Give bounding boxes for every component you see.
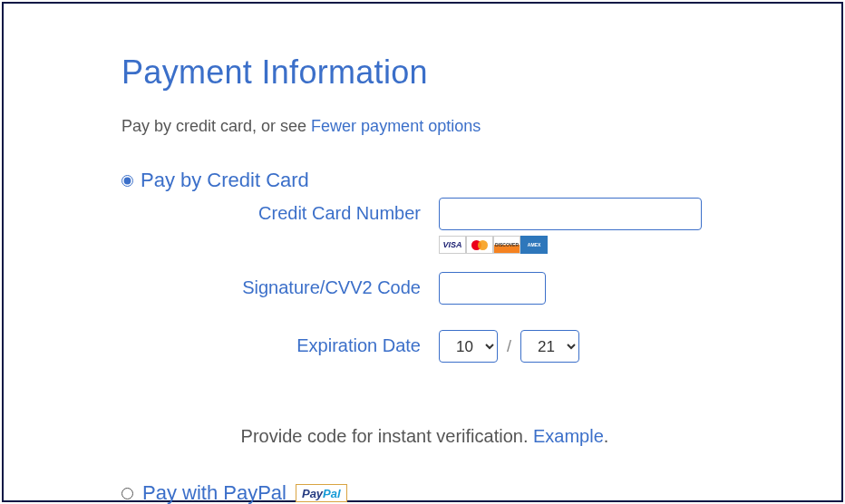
exp-month-select[interactable]: 10 bbox=[439, 330, 498, 363]
cvv-input[interactable] bbox=[439, 272, 546, 305]
verify-text-prefix: Provide code for instant verification. bbox=[241, 426, 533, 446]
card-brand-icons: VISA DISCOVER AMEX bbox=[439, 236, 728, 254]
expiration-row: Expiration Date 10 / 21 bbox=[121, 330, 728, 363]
mastercard-icon bbox=[466, 236, 493, 254]
expiration-label: Expiration Date bbox=[121, 330, 421, 356]
cvv-field-wrap bbox=[439, 272, 728, 305]
discover-icon: DISCOVER bbox=[493, 236, 520, 254]
card-number-input[interactable] bbox=[439, 198, 702, 230]
paypal-icon: PayPal bbox=[296, 484, 347, 502]
paypal-option: Pay with PayPal PayPal bbox=[121, 481, 728, 504]
example-link[interactable]: Example bbox=[533, 426, 604, 446]
credit-card-radio[interactable] bbox=[121, 175, 133, 187]
cvv-row: Signature/CVV2 Code bbox=[121, 272, 728, 305]
visa-icon: VISA bbox=[439, 236, 466, 254]
verification-hint: Provide code for instant verification. E… bbox=[121, 426, 728, 447]
expiration-field-wrap: 10 / 21 bbox=[439, 330, 728, 363]
paypal-radio[interactable] bbox=[121, 488, 133, 499]
cvv-label: Signature/CVV2 Code bbox=[121, 272, 421, 298]
verify-text-suffix: . bbox=[604, 426, 609, 446]
card-number-label: Credit Card Number bbox=[121, 198, 421, 224]
amex-icon: AMEX bbox=[520, 236, 548, 254]
subtitle: Pay by credit card, or see Fewer payment… bbox=[121, 117, 728, 136]
fewer-options-link[interactable]: Fewer payment options bbox=[311, 117, 481, 135]
card-number-field-wrap: VISA DISCOVER AMEX bbox=[439, 198, 728, 254]
subtitle-text: Pay by credit card, or see bbox=[121, 117, 311, 135]
payment-form-container: Payment Information Pay by credit card, … bbox=[2, 2, 843, 502]
date-separator: / bbox=[507, 337, 511, 356]
paypal-option-label[interactable]: Pay with PayPal bbox=[142, 481, 287, 504]
credit-card-option-label[interactable]: Pay by Credit Card bbox=[141, 169, 309, 192]
card-number-row: Credit Card Number VISA DISCOVER AMEX bbox=[121, 198, 728, 254]
exp-year-select[interactable]: 21 bbox=[520, 330, 579, 363]
page-title: Payment Information bbox=[121, 53, 728, 92]
credit-card-option: Pay by Credit Card bbox=[121, 169, 728, 192]
